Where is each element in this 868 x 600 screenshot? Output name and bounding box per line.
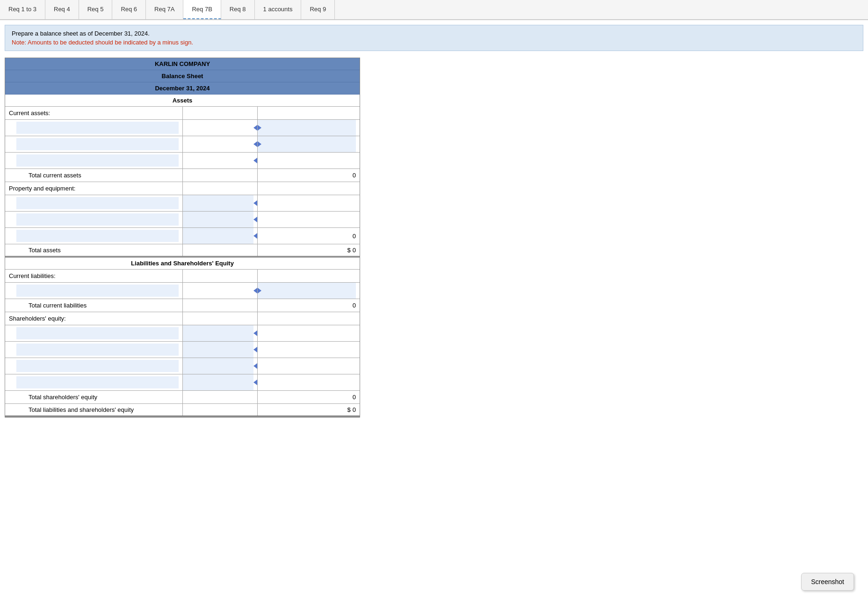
ca-input-label-3[interactable] [16,154,179,167]
ca-tri-mid-3 [253,158,257,163]
pe-input-label-1[interactable] [16,197,179,209]
se-input-mid-3[interactable] [183,358,253,374]
ta-mid [183,244,258,256]
total-assets-row: Total assets $ 0 [5,244,360,257]
ca-input-right-1[interactable] [258,120,356,136]
cl-label-1 [5,283,183,299]
ca-input-right-2[interactable] [258,136,356,152]
ca-tri-right-1 [258,125,261,131]
pe-label-2 [5,212,183,227]
tab-req7a[interactable]: Req 7A [146,0,183,19]
tse-mid [183,391,258,403]
property-equipment-label: Property and equipment: [5,182,183,195]
ca-input-right-3[interactable] [258,153,356,168]
se-row-2 [5,342,360,358]
ca-input-label-2[interactable] [16,138,179,150]
current-assets-label: Current assets: [5,107,183,119]
ca-mid-2 [183,136,258,152]
pe-right-3: 0 [258,228,360,244]
current-assets-header-row: Current assets: [5,107,360,120]
company-name: KARLIN COMPANY [5,58,360,70]
cl-right-empty [258,270,360,282]
ca-label-1 [5,120,183,136]
pe-right-2 [258,212,360,227]
se-mid-3 [183,358,258,374]
tcl-right: 0 [258,299,360,312]
tab-req4[interactable]: Req 4 [45,0,79,19]
cl-tri-right-1 [258,288,261,293]
tab-req7b[interactable]: Req 7B [183,0,221,19]
pe-input-mid-1[interactable] [183,195,253,211]
cl-input-label-1[interactable] [16,285,179,297]
current-liabilities-header-row: Current liabilities: [5,270,360,283]
tab-accounts[interactable]: 1 accounts [255,0,302,19]
se-mid-1 [183,325,258,341]
pe-mid-1 [183,195,258,211]
pe-mid-2 [183,212,258,227]
se-mid-4 [183,374,258,390]
sheet-title: Balance Sheet [5,70,360,82]
current-asset-row-3 [5,153,360,169]
tab-req8[interactable]: Req 8 [221,0,255,19]
total-shareholders-equity-row: Total shareholders' equity 0 [5,391,360,404]
total-shareholders-equity-value: 0 [353,394,356,401]
pe-tri-mid-2 [253,217,257,222]
se-input-label-2[interactable] [16,344,179,356]
tab-req9[interactable]: Req 9 [301,0,335,19]
pe-row-2 [5,212,360,228]
se-input-mid-2[interactable] [183,342,253,358]
total-liabilities-equity-label: Total liabilities and shareholders' equi… [5,404,183,416]
se-tri-mid-3 [253,363,257,369]
se-input-mid-1[interactable] [183,325,253,341]
pe-right-1 [258,195,360,211]
se-input-label-4[interactable] [16,376,179,388]
total-liabilities-equity-dollar: $ [347,406,351,413]
instruction-note: Note: Amounts to be deducted should be i… [12,39,856,46]
ca-right-3 [258,153,360,168]
tab-req6[interactable]: Req 6 [112,0,146,19]
se-label-2 [5,342,183,358]
total-current-liabilities-row: Total current liabilities 0 [5,299,360,312]
se-right-1 [258,325,360,341]
se-label-1 [5,325,183,341]
total-current-assets-value: 0 [353,172,356,179]
ca-mid-3 [183,153,258,168]
instruction-main: Prepare a balance sheet as of December 3… [12,30,856,37]
tab-bar: Req 1 to 3 Req 4 Req 5 Req 6 Req 7A Req … [0,0,868,20]
pe-input-label-2[interactable] [16,213,179,226]
pe-tri-mid-3 [253,233,257,239]
tab-req1to3[interactable]: Req 1 to 3 [0,0,45,19]
tse-right: 0 [258,391,360,403]
pe-input-mid-3[interactable] [183,228,253,244]
pe-label-3 [5,228,183,244]
se-mid-2 [183,342,258,358]
ca-label-2 [5,136,183,152]
tca-mid [183,169,258,182]
current-liabilities-label: Current liabilities: [5,270,183,282]
total-assets-dollar: $ [347,247,351,254]
se-label-4 [5,374,183,390]
ca-input-label-1[interactable] [16,122,179,134]
total-current-assets-label: Total current assets [5,169,183,182]
se-right-4 [258,374,360,390]
ca-label-3 [5,153,183,168]
ca-right-1 [258,120,360,136]
se-input-label-3[interactable] [16,360,179,372]
total-liabilities-equity-value: 0 [353,406,356,413]
cl-input-right-1[interactable] [258,283,356,299]
current-assets-mid-empty [183,107,258,119]
pe-input-mid-2[interactable] [183,212,253,227]
current-assets-right-empty [258,107,360,119]
se-input-label-1[interactable] [16,327,179,339]
se-tri-mid-1 [253,330,257,336]
tab-req5[interactable]: Req 5 [79,0,113,19]
pe-label-1 [5,195,183,211]
instruction-box: Prepare a balance sheet as of December 3… [5,25,863,51]
total-liabilities-equity-row: Total liabilities and shareholders' equi… [5,404,360,417]
se-right-3 [258,358,360,374]
tle-mid [183,404,258,416]
pe-row-3: 0 [5,228,360,244]
se-input-mid-4[interactable] [183,374,253,390]
pe-input-label-3[interactable] [16,230,179,242]
ca-right-2 [258,136,360,152]
